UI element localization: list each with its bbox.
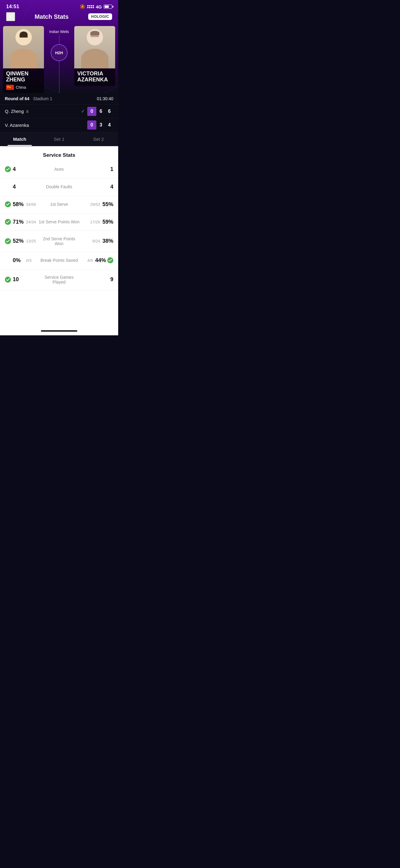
player1-score-label: Q. Zheng 8 (5, 108, 81, 114)
stat-row-aces: 4 Aces 1 (0, 161, 118, 178)
match-venue: Stadium 1 (33, 96, 52, 101)
score-section: Q. Zheng 8 ✓ 0 6 6 V. Azarenka 0 3 4 (0, 104, 118, 132)
match-round: Round of 64 (5, 96, 29, 101)
sgp-label: Service Games Played (38, 275, 80, 284)
player1-country-name: China (16, 85, 26, 90)
player1-set2-score: 6 (106, 107, 113, 116)
fs-right-pct: 55% (103, 201, 113, 208)
status-right: 🔕 4G (80, 4, 112, 9)
signal-icon (87, 5, 94, 8)
stat-row-double-faults: 4 Double Faults 4 (0, 178, 118, 196)
player1-name: QINWEN ZHENG (6, 71, 41, 83)
score-row-player1: Q. Zheng 8 ✓ 0 6 6 (0, 104, 118, 118)
player2-card: VICTORIA AZARENKA (74, 26, 115, 93)
page-title: Match Stats (34, 13, 68, 20)
stat-bps-left: 0% 0/3 (5, 257, 38, 264)
df-right-value: 4 (110, 184, 113, 190)
player1-photo (3, 26, 44, 68)
player2-photo (74, 26, 115, 68)
home-indicator (0, 328, 118, 335)
h2h-button[interactable]: H2H (51, 44, 67, 61)
player2-current-score: 0 (87, 120, 96, 129)
h2h-section: Indian Wells H2H (44, 26, 74, 93)
stat-fspw-right: 17/29 59% (80, 219, 113, 225)
fspw-winner-icon (5, 219, 11, 225)
aces-winner-icon (5, 166, 11, 172)
stat-bps-right: 4/9 44% (80, 257, 113, 264)
bps-no-winner-left (5, 257, 11, 263)
first-serve-winner-icon (5, 201, 11, 207)
player1-flag: ★ (6, 85, 14, 90)
stat-row-first-serve: 58% 34/59 1st Serve 29/53 55% (0, 196, 118, 213)
player1-country: ★ China (6, 85, 41, 90)
stat-fs-right: 29/53 55% (80, 201, 113, 208)
df-no-winner-icon (5, 184, 11, 190)
match-info-bar: Round of 64 Stadium 1 01:30:40 (0, 93, 118, 104)
fs-right-fraction: 29/53 (90, 202, 100, 207)
stats-content: Service Stats 4 Aces 1 4 Double Faults 4 (0, 146, 118, 328)
stat-row-fspw: 71% 24/34 1st Serve Points Won 17/29 59% (0, 213, 118, 231)
stat-row-bps: 0% 0/3 Break Points Saved 4/9 44% (0, 252, 118, 269)
stat-sspw-right: 9/24 38% (80, 238, 113, 244)
sspw-left-fraction: 13/25 (26, 239, 36, 243)
stat-aces-right: 1 (80, 166, 113, 173)
stat-row-sspw: 52% 13/25 2nd Serve Points Won 9/24 38% (0, 231, 118, 252)
header-bar: × Match Stats HOLOGIC (0, 12, 118, 21)
sspw-left-pct: 52% (13, 238, 24, 244)
bell-mute-icon: 🔕 (80, 4, 85, 9)
network-type: 4G (96, 4, 102, 9)
stat-sgp-right: 9 (80, 276, 113, 283)
tabs-bar: Match Set 1 Set 2 (0, 132, 118, 146)
bps-winner-icon-right (107, 257, 113, 263)
stat-row-sgp: 10 Service Games Played 9 (0, 269, 118, 290)
bps-right-pct: 44% (95, 257, 106, 264)
sgp-left-value: 10 (13, 276, 24, 283)
sgp-winner-icon (5, 277, 11, 283)
player2-name: VICTORIA AZARENKA (77, 71, 112, 83)
bps-label: Break Points Saved (38, 258, 80, 263)
bps-left-fraction: 0/3 (26, 258, 31, 263)
player2-scores: 0 3 4 (87, 120, 113, 129)
df-left-value: 4 (13, 184, 24, 190)
player1-current-score: 0 (87, 107, 96, 116)
service-stats-title: Service Stats (0, 146, 118, 161)
fspw-left-fraction: 24/34 (26, 220, 36, 224)
stat-aces-left: 4 (5, 166, 38, 173)
stat-fspw-left: 71% 24/34 (5, 219, 38, 225)
tab-set2[interactable]: Set 2 (79, 132, 118, 146)
player2-set2-score: 4 (106, 120, 113, 129)
player2-score-label: V. Azarenka (5, 123, 87, 128)
fspw-right-fraction: 17/29 (90, 220, 100, 224)
players-section: QINWEN ZHENG ★ China Indian Wells H2H (0, 26, 118, 93)
fspw-label: 1st Serve Points Won (38, 219, 80, 224)
aces-label: Aces (38, 167, 80, 172)
tab-match[interactable]: Match (0, 132, 39, 146)
player1-card: QINWEN ZHENG ★ China (3, 26, 44, 93)
match-duration: 01:30:40 (97, 96, 114, 101)
bps-right-fraction: 4/9 (87, 258, 93, 263)
sspw-right-fraction: 9/24 (92, 239, 100, 243)
stat-df-right: 4 (80, 184, 113, 190)
aces-left-value: 4 (13, 166, 24, 173)
sspw-right-pct: 38% (103, 238, 113, 244)
sponsor-logo: HOLOGIC (88, 13, 112, 20)
player1-info: QINWEN ZHENG ★ China (3, 68, 44, 93)
df-label: Double Faults (38, 184, 80, 189)
aces-right-value: 1 (110, 166, 113, 173)
sgp-right-value: 9 (110, 276, 113, 283)
tournament-label: Indian Wells (49, 30, 69, 34)
bps-left-pct: 0% (13, 257, 24, 264)
stat-fs-left: 58% 34/59 (5, 201, 38, 208)
stat-sspw-left: 52% 13/25 (5, 238, 38, 244)
home-bar (41, 330, 77, 332)
fs-left-pct: 58% (13, 201, 24, 208)
status-bar: 14:51 🔕 4G (0, 0, 118, 12)
player1-set1-score: 6 (97, 107, 105, 116)
close-button[interactable]: × (6, 12, 15, 21)
fs-label: 1st Serve (38, 202, 80, 207)
player1-scores: 0 6 6 (87, 107, 113, 116)
h2h-line-top (59, 35, 59, 44)
tab-set1[interactable]: Set 1 (39, 132, 79, 146)
fspw-left-pct: 71% (13, 219, 24, 225)
sspw-label: 2nd Serve Points Won (38, 236, 80, 246)
